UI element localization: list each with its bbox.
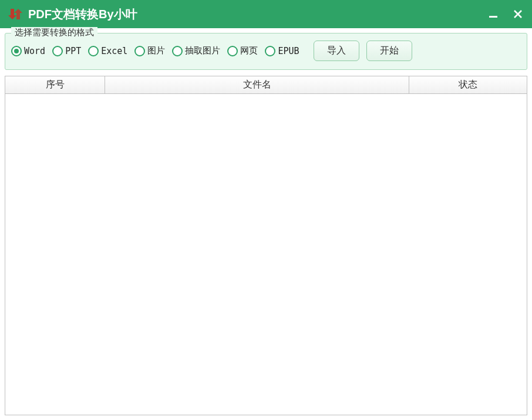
- content-area: 选择需要转换的格式 Word PPT Excel: [0, 28, 532, 420]
- radio-icon: [52, 46, 63, 56]
- format-fieldset: 选择需要转换的格式 Word PPT Excel: [5, 33, 527, 70]
- format-row: Word PPT Excel 图片: [11, 41, 521, 61]
- radio-label: PPT: [65, 46, 81, 56]
- column-header-status[interactable]: 状态: [409, 76, 527, 93]
- app-window: PDF文档转换By小叶 选择需要转换的格式 Word: [0, 0, 532, 420]
- svg-rect-0: [489, 16, 497, 18]
- column-header-index[interactable]: 序号: [5, 76, 105, 93]
- radio-label: 抽取图片: [185, 45, 220, 56]
- start-button[interactable]: 开始: [366, 41, 412, 61]
- radio-label: 网页: [240, 45, 258, 56]
- radio-word[interactable]: Word: [11, 46, 45, 56]
- import-button[interactable]: 导入: [314, 41, 359, 61]
- window-controls: [486, 7, 525, 21]
- table-header: 序号 文件名 状态: [5, 76, 527, 94]
- radio-ppt[interactable]: PPT: [52, 46, 81, 56]
- column-header-filename[interactable]: 文件名: [105, 76, 409, 93]
- radio-icon: [172, 46, 183, 56]
- radio-image[interactable]: 图片: [134, 45, 165, 56]
- minimize-button[interactable]: [486, 7, 500, 21]
- radio-icon: [134, 46, 145, 56]
- fieldset-legend: 选择需要转换的格式: [11, 27, 97, 38]
- radio-icon: [11, 46, 22, 56]
- radio-epub[interactable]: EPUB: [265, 46, 299, 56]
- window-title: PDF文档转换By小叶: [28, 6, 486, 22]
- radio-webpage[interactable]: 网页: [227, 45, 258, 56]
- app-icon: [7, 6, 23, 22]
- close-button[interactable]: [511, 7, 525, 21]
- radio-icon: [227, 46, 238, 56]
- titlebar: PDF文档转换By小叶: [0, 0, 532, 28]
- radio-label: Word: [24, 46, 45, 56]
- action-buttons: 导入 开始: [314, 41, 412, 61]
- radio-label: EPUB: [278, 46, 299, 56]
- radio-excel[interactable]: Excel: [88, 46, 127, 56]
- radio-icon: [88, 46, 99, 56]
- radio-extract-image[interactable]: 抽取图片: [172, 45, 220, 56]
- radio-icon: [265, 46, 275, 56]
- file-table: 序号 文件名 状态: [5, 76, 527, 415]
- radio-label: Excel: [101, 46, 127, 56]
- radio-label: 图片: [147, 45, 165, 56]
